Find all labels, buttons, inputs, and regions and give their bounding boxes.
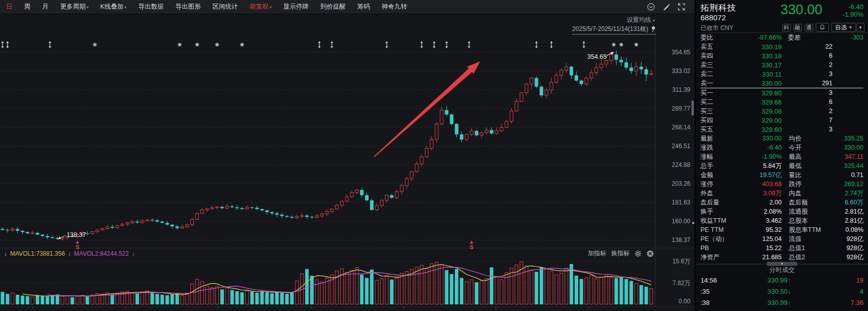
toolbar-item-K线叠加[interactable]: K线叠加▾	[101, 3, 127, 11]
quote-header: 拓荆科技 688072 已收市 CNY 330.00 -6.40 -1.90% …	[696, 0, 868, 32]
toolbar-item-筹码[interactable]: 筹码	[357, 3, 370, 11]
chevron-down-icon: ▾	[87, 5, 89, 10]
chevron-down-icon: ▾	[124, 5, 126, 10]
svg-text:268.14: 268.14	[672, 124, 690, 131]
bid-row-2[interactable]: 买二329.666	[700, 97, 863, 107]
chevron-down-icon: ▾	[270, 5, 272, 10]
weibi-label: 委比	[700, 33, 726, 42]
draw-tool-icon[interactable]	[662, 3, 670, 11]
svg-text:0.00: 0.00	[679, 298, 691, 305]
add-watchlist-button[interactable]: 自选 +	[831, 23, 856, 32]
mavol2-collapse-icon[interactable]: ↓	[68, 250, 71, 257]
svg-text:160.00: 160.00	[672, 218, 690, 225]
mavol-extra-collapse-icon[interactable]: ↓	[132, 250, 135, 257]
mavol2-label: MAVOL2:84244.522	[74, 250, 129, 257]
stat-row: PE TTM95.32股息率TTM0.08%	[700, 225, 863, 234]
stat-row: 净资产21.685总值2928亿	[700, 253, 863, 262]
bid-levels: 买一329.803买二329.666买三329.082买四329.007买五32…	[700, 88, 863, 134]
bid-row-4[interactable]: 买四329.007	[700, 116, 863, 125]
collapse-panel-icon[interactable]	[647, 3, 655, 11]
weibi-row: 委比 -87.66% 委差 -303	[700, 33, 863, 42]
ask-row-4[interactable]: 卖四330.186	[700, 51, 863, 60]
toolbar-item-更多周期[interactable]: 更多周期▾	[60, 3, 89, 11]
chart-area: 354.65333.02311.39289.77268.14246.51224.…	[0, 0, 694, 311]
tag-badges: 科 融 通 自选 + ▼	[782, 23, 864, 32]
ask-row-5[interactable]: 卖五330.1922	[700, 42, 863, 51]
toolbar-item-区间统计[interactable]: 区间统计	[212, 3, 238, 11]
stat-row: 涨幅-1.90%最高347.11	[700, 152, 863, 161]
price-alert-button[interactable]	[816, 23, 829, 32]
toolbar-item-显示停牌[interactable]: 显示停牌	[283, 3, 309, 11]
stat-row: 收益TTM3.462总股本2.81亿	[700, 216, 863, 225]
tape-title: 分时成交	[770, 266, 795, 273]
svg-text:224.88: 224.88	[672, 161, 690, 168]
stat-row: 金额19.57亿量比0.71	[700, 170, 863, 180]
svg-text:138.37: 138.37	[672, 236, 690, 244]
watchlist-dropdown-icon[interactable]: ▼	[856, 23, 864, 32]
tape-collapse-pill[interactable]: ▲	[767, 262, 797, 266]
bid-row-3[interactable]: 买三329.082	[700, 107, 863, 116]
stock-app-window: 354.65333.02311.39289.77268.14246.51224.…	[0, 0, 868, 311]
toolbar-item-到价提醒[interactable]: 到价提醒	[320, 3, 346, 11]
ask-row-3[interactable]: 卖三330.172	[700, 60, 863, 70]
divider-scroll-thumb[interactable]	[691, 100, 694, 116]
svg-text:246.51: 246.51	[672, 143, 690, 150]
quote-stats: 最新330.00均价335.25涨跌-6.40今开330.00涨幅-1.90%最…	[696, 134, 868, 262]
switch-indicator-button[interactable]: 换指标	[611, 249, 629, 258]
stat-row: PB15.22总值1928亿	[700, 244, 863, 253]
kline-chart-canvas[interactable]: 354.65333.02311.39289.77268.14246.51224.…	[0, 0, 694, 311]
bid-row-5[interactable]: 买五328.603	[700, 125, 863, 134]
toolbar-item-周[interactable]: 周	[24, 3, 31, 11]
close-indicator-icon[interactable]	[647, 250, 654, 257]
tape-header: ▲ 分时成交	[696, 264, 868, 274]
toolbar-icons	[647, 3, 688, 11]
change-value: -6.40	[843, 3, 863, 11]
tape-row: :35330.50↓4	[696, 286, 868, 297]
toolbar-item-前复权[interactable]: 前复权▾	[249, 3, 272, 11]
chart-toolbar: 日周月更多周期▾K线叠加▾导出数据导出图形区间统计前复权▾显示停牌到价提醒筹码神…	[0, 0, 694, 14]
ask-row-1[interactable]: 卖一330.00291	[700, 79, 863, 88]
fullscreen-icon[interactable]	[678, 3, 685, 11]
stock-name: 拓荆科技	[700, 2, 736, 14]
add-indicator-button[interactable]: 加指标	[588, 249, 606, 258]
price-change: -6.40 -1.90%	[843, 3, 863, 18]
date-range-label: 2025/5/7-2025/11/14(131根)	[572, 25, 648, 33]
tape-row: 14:56330.99↑19	[696, 274, 868, 286]
date-range-selector[interactable]: 2025/5/7-2025/11/14(131根)	[572, 25, 656, 34]
gear-icon[interactable]	[635, 250, 642, 257]
toolbar-item-月[interactable]: 月	[42, 3, 49, 11]
toolbar-item-导出数据[interactable]: 导出数据	[138, 3, 163, 11]
svg-text:354.65: 354.65	[587, 53, 607, 60]
chevron-down-icon: ▾	[653, 18, 655, 23]
trend-arrow-annotation	[374, 61, 480, 157]
stock-code: 688072	[700, 13, 726, 22]
weicha-value: -303	[800, 34, 863, 41]
ask-row-2[interactable]: 卖二330.113	[700, 70, 863, 79]
volume-indicator-header: ↓ MAVOL1:73881.356 ↓ MAVOL2:84244.522 ↓ …	[4, 249, 654, 258]
bid-row-1[interactable]: 买一329.803	[700, 88, 863, 97]
mavol1-collapse-icon[interactable]: ↓	[4, 250, 7, 257]
svg-text:333.02: 333.02	[672, 67, 690, 75]
pin-icon[interactable]	[650, 26, 656, 32]
bell-icon	[819, 24, 825, 30]
toolbar-item-日[interactable]: 日	[6, 3, 13, 11]
toolbar-item-导出图形[interactable]: 导出图形	[175, 3, 201, 11]
toolbar-item-神奇九转[interactable]: 神奇九转	[382, 3, 407, 11]
svg-text:181.63: 181.63	[672, 199, 690, 206]
mavol1-label: MAVOL1:73881.356	[10, 250, 65, 257]
divider-collapse-handle[interactable]: ▸	[692, 218, 697, 227]
stat-row: 涨停403.68跌停269.12	[700, 180, 863, 189]
badge-ke: 科	[782, 24, 791, 31]
stat-row: 最新330.00均价335.25	[700, 134, 863, 143]
svg-text:311.39: 311.39	[672, 86, 690, 93]
badge-tong: 通	[805, 24, 813, 31]
stat-row: 换手2.08%流通股2.81亿	[700, 207, 863, 216]
stat-row: 盘后量2.00盘后额6.60万	[700, 198, 863, 207]
ma-settings-button[interactable]: 设置均线 ▾	[627, 16, 655, 24]
weibi-value: -87.66%	[726, 34, 782, 41]
market-status: 已收市 CNY	[700, 24, 733, 32]
ask-levels: 卖五330.1922卖四330.186卖三330.172卖二330.113卖一3…	[700, 42, 863, 88]
weicha-label: 委差	[788, 33, 800, 42]
panel-divider[interactable]	[694, 0, 696, 311]
svg-text:203.26: 203.26	[672, 180, 690, 187]
